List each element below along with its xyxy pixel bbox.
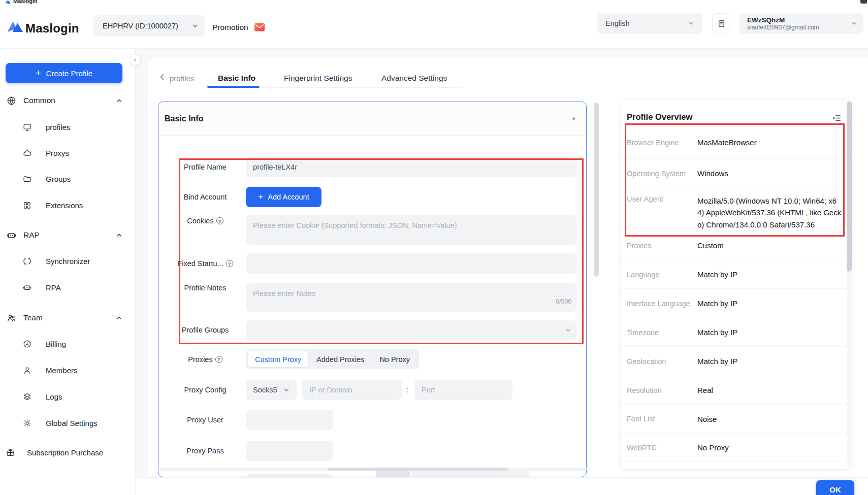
overview-row-browser-engine: Browser Engine MasMateBrowser: [621, 126, 853, 159]
mini-logo-icon: [5, 0, 11, 4]
label-text: Proxy Config: [184, 386, 226, 394]
overview-row-language: Language Match by IP: [621, 260, 853, 289]
overview-label: Language: [627, 271, 697, 279]
window-title-strip: Maslogin: [0, 0, 868, 7]
overview-row-interface-language: Interface Language Match by IP: [621, 289, 853, 318]
add-account-button[interactable]: + Add Account: [246, 187, 322, 207]
help-icon[interactable]: ?: [226, 260, 233, 267]
overview-row-timezone: Timezone Match by IP: [621, 318, 853, 347]
robot-icon: [23, 283, 31, 292]
proxy-ip-input[interactable]: [302, 380, 402, 400]
overview-value: Match by IP: [697, 299, 737, 308]
ok-button[interactable]: OK: [816, 480, 854, 495]
sidebar-item-extensions[interactable]: Extensions: [0, 197, 136, 213]
sidebar-item-billing[interactable]: Billing: [0, 336, 136, 351]
help-icon[interactable]: ?: [215, 356, 222, 363]
chevron-up-icon[interactable]: [116, 232, 122, 239]
create-profile-button[interactable]: + Create Profile: [6, 63, 122, 83]
overview-row-webrtc: WebRTC No Proxy: [621, 434, 853, 462]
chevron-up-icon[interactable]: [116, 315, 122, 321]
docs-button[interactable]: [712, 13, 730, 34]
proxy-port-input[interactable]: [414, 380, 512, 400]
sidebar-section-team[interactable]: Team: [0, 310, 136, 325]
help-icon[interactable]: ?: [216, 217, 223, 224]
sidebar-item-profiles[interactable]: profiles: [0, 119, 136, 135]
proxy-user-input[interactable]: [246, 410, 333, 430]
overview-value: Mozilla/5.0 (Windows NT 10.0; Win64; x64…: [697, 195, 842, 230]
sidebar-item-proxys[interactable]: Proxys: [0, 145, 136, 160]
overview-value: Match by IP: [697, 328, 737, 337]
sidebar-item-members[interactable]: Members: [0, 362, 136, 378]
sidebar-item-subscription-purchase[interactable]: Subscription Purchase: [0, 445, 136, 460]
sidebar-item-logs[interactable]: Logs: [0, 389, 136, 404]
grid-icon: [23, 201, 31, 210]
sidebar-item-rpa[interactable]: RPA: [0, 280, 136, 295]
cookies-textarea[interactable]: [246, 215, 576, 245]
sidebar-collapse-button[interactable]: ‹: [130, 54, 141, 65]
sidebar-section-rap[interactable]: RAP: [0, 227, 136, 243]
sidebar-item-global-settings[interactable]: Global Settings: [0, 415, 136, 431]
person-icon: [23, 366, 31, 375]
back-button[interactable]: [158, 73, 166, 81]
label-text: Proxy Pass: [186, 447, 223, 455]
collapse-list-icon[interactable]: [832, 114, 841, 122]
add-account-label: Add Account: [268, 193, 309, 201]
proxy-pass-label: Proxy Pass: [172, 441, 238, 461]
chevron-left-icon: ‹: [134, 56, 136, 63]
cookies-label: Cookies ?: [172, 213, 238, 228]
brand-name: Maslogin: [25, 21, 79, 36]
profile-groups-select[interactable]: [246, 320, 576, 340]
proxy-option-added[interactable]: Added Proxies: [309, 351, 371, 367]
window-corner-control: [860, 0, 867, 4]
profile-name-input[interactable]: [246, 157, 576, 177]
brand-logo-icon: [7, 19, 23, 33]
label-text: Proxies: [188, 355, 212, 364]
profile-name-label: Profile Name: [172, 157, 238, 177]
profile-notes-textarea[interactable]: [246, 283, 576, 312]
fixed-startup-input[interactable]: [246, 253, 576, 274]
sidebar-section-label: Common: [23, 96, 55, 105]
promotion-label: Promotion: [212, 23, 248, 32]
overview-label: Resolution: [627, 386, 697, 394]
proxy-separator: :: [406, 386, 408, 394]
horizontal-scrollbar-thumb[interactable]: [328, 468, 508, 471]
collapse-panel-icon[interactable]: ▼: [571, 116, 576, 121]
chevron-down-icon: [851, 20, 857, 26]
proxy-config-label: Proxy Config: [172, 380, 238, 400]
proxy-protocol-select[interactable]: Socks5: [246, 380, 297, 400]
workspace-selector[interactable]: EHPHRV (ID:1000027): [93, 15, 205, 37]
account-menu[interactable]: EWzSQhzM xiaofei020907@gmail.com: [739, 13, 863, 34]
breadcrumb-profiles[interactable]: profiles: [170, 74, 194, 83]
chevron-up-icon[interactable]: [116, 97, 122, 104]
proxy-pass-input[interactable]: [246, 441, 333, 461]
active-tab-indicator: [207, 86, 260, 88]
overview-label: User Agent: [627, 195, 697, 203]
sidebar-item-label: Subscription Purchase: [27, 448, 103, 457]
sidebar-item-groups[interactable]: Groups: [0, 171, 136, 186]
overview-value: MasMateBrowser: [697, 138, 757, 147]
sidebar-item-label: Members: [46, 366, 78, 375]
label-text: Profile Name: [184, 163, 227, 171]
basic-info-panel-header[interactable]: Basic Info ▼: [158, 102, 586, 136]
tab-fingerprint-settings[interactable]: Fingerprint Settings: [284, 74, 352, 83]
language-selector[interactable]: English: [597, 13, 702, 34]
tab-basic-info[interactable]: Basic Info: [218, 74, 255, 83]
overview-value: Match by IP: [697, 357, 737, 366]
tab-advanced-settings[interactable]: Advanced Settings: [381, 74, 447, 83]
overview-label: Proxies: [627, 242, 697, 250]
globe-icon: [7, 96, 16, 106]
profile-groups-label: Profile Groups: [172, 320, 238, 340]
gear-icon: [23, 419, 31, 427]
main-scrollbar-thumb[interactable]: [594, 103, 599, 277]
sidebar-section-common[interactable]: Common: [0, 93, 136, 108]
monitor-icon: [23, 123, 31, 131]
proxy-option-custom[interactable]: Custom Proxy: [248, 351, 308, 367]
basic-info-panel: Basic Info ▼ Profile Name Bind Account +…: [158, 102, 587, 477]
overview-row-resolution: Resolution Real: [621, 376, 853, 405]
sidebar-item-synchronizer[interactable]: Synchronizer: [0, 253, 136, 269]
overview-value: Windows: [697, 169, 728, 178]
promotion-link[interactable]: Promotion: [212, 22, 265, 32]
profile-overview-title: Profile Overview: [627, 112, 692, 122]
overview-scrollbar-thumb[interactable]: [847, 102, 852, 272]
proxy-option-none[interactable]: No Proxy: [372, 351, 417, 367]
